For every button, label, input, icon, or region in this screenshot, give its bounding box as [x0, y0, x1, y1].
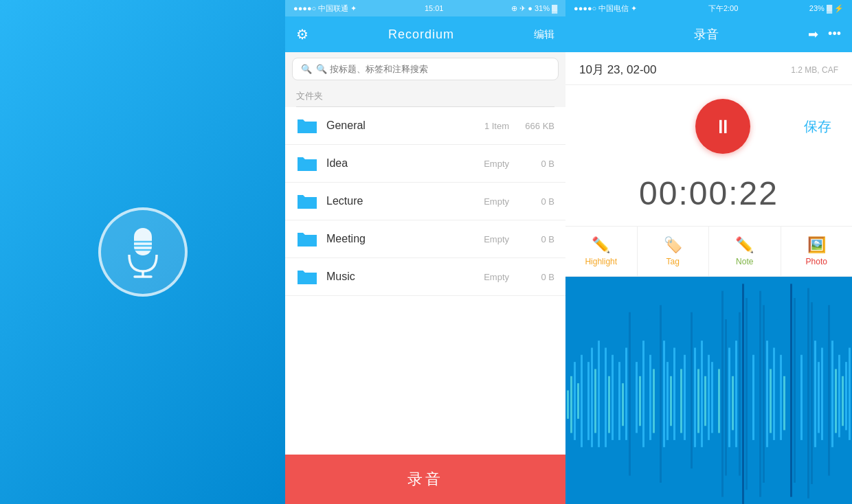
- folder-item-idea[interactable]: Idea Empty 0 B: [285, 145, 565, 183]
- svg-rect-79: [800, 355, 803, 440]
- svg-rect-66: [756, 334, 758, 455]
- svg-rect-74: [783, 376, 785, 431]
- right-panel-title: 录音: [694, 26, 719, 43]
- recording-meta: 1.2 MB, CAF: [791, 65, 838, 75]
- pause-icon: ⏸: [713, 115, 732, 138]
- folder-section-label: 文件夹: [285, 86, 565, 106]
- tag-action[interactable]: 🏷️ Tag: [638, 227, 710, 276]
- folder-item-music[interactable]: Music Empty 0 B: [285, 258, 565, 296]
- search-bar[interactable]: 🔍: [292, 58, 559, 80]
- folder-icon-general: [296, 117, 318, 135]
- folder-size-meeting: 0 B: [520, 234, 554, 244]
- actions-row: ✏️ Highlight 🏷️ Tag ✏️ Note 🖼️ Photo: [565, 226, 852, 277]
- time-middle: 15:01: [425, 4, 444, 12]
- svg-rect-51: [704, 376, 706, 426]
- right-panel: ●●●●○ 中国电信 ✦ 下午2:00 23% ▓ ⚡ 录音 ➡ ••• 10月…: [565, 0, 852, 504]
- svg-rect-80: [804, 334, 806, 448]
- svg-rect-38: [660, 305, 662, 483]
- folder-name-general: General: [326, 119, 484, 132]
- left-panel: [0, 0, 285, 504]
- svg-rect-14: [577, 383, 579, 419]
- svg-rect-54: [715, 334, 717, 455]
- svg-rect-10: [298, 273, 317, 284]
- svg-rect-76: [790, 284, 792, 496]
- svg-rect-13: [574, 362, 576, 440]
- search-icon: 🔍: [301, 64, 312, 74]
- svg-rect-8: [298, 197, 317, 209]
- carrier-middle: ●●●●○ 中国联通 ✦: [293, 3, 357, 14]
- svg-rect-25: [615, 326, 617, 461]
- svg-rect-21: [601, 319, 603, 461]
- svg-rect-82: [811, 302, 813, 484]
- svg-rect-36: [653, 369, 655, 433]
- svg-rect-93: [849, 347, 851, 439]
- record-button-middle[interactable]: 录音: [285, 455, 565, 504]
- svg-rect-16: [584, 334, 586, 461]
- microphone-icon: [122, 225, 164, 279]
- tag-label: Tag: [666, 257, 680, 266]
- app-title: Recordium: [388, 27, 454, 42]
- note-action[interactable]: ✏️ Note: [709, 227, 781, 276]
- svg-rect-57: [725, 319, 727, 476]
- svg-rect-50: [701, 341, 703, 447]
- highlight-label: Highlight: [585, 257, 617, 266]
- folder-icon-music: [296, 268, 318, 286]
- svg-rect-37: [656, 334, 658, 455]
- svg-rect-83: [814, 341, 816, 447]
- gear-icon[interactable]: ⚙: [296, 26, 309, 43]
- svg-rect-61: [739, 312, 741, 476]
- svg-rect-26: [618, 362, 620, 440]
- folder-item-general[interactable]: General 1 Item 666 KB: [285, 107, 565, 145]
- svg-rect-60: [735, 341, 737, 447]
- more-icon[interactable]: •••: [828, 27, 841, 42]
- save-button[interactable]: 保存: [804, 117, 831, 136]
- player-area: ⏸ 保存: [565, 85, 852, 168]
- svg-rect-84: [818, 362, 820, 433]
- folder-status-music: Empty: [484, 272, 509, 282]
- folder-item-meeting[interactable]: Meeting Empty 0 B: [285, 220, 565, 258]
- svg-rect-46: [687, 334, 689, 455]
- svg-rect-69: [766, 341, 768, 447]
- pause-button[interactable]: ⏸: [695, 99, 750, 154]
- waveform-area: [565, 277, 852, 504]
- svg-rect-85: [821, 347, 823, 439]
- folder-icon-lecture: [296, 192, 318, 210]
- svg-rect-9: [298, 235, 317, 247]
- timer-display: 00:00:22: [639, 175, 778, 211]
- mic-container: [98, 207, 188, 297]
- status-bar-right: ●●●●○ 中国电信 ✦ 下午2:00 23% ▓ ⚡: [565, 0, 852, 16]
- svg-rect-48: [694, 347, 696, 447]
- folder-name-meeting: Meeting: [326, 233, 484, 245]
- svg-rect-31: [636, 362, 638, 433]
- carrier-right: ●●●●○ 中国电信 ✦: [574, 3, 637, 14]
- svg-rect-52: [708, 355, 710, 440]
- mic-circle: [98, 207, 188, 297]
- edit-button[interactable]: 编辑: [534, 28, 554, 41]
- svg-rect-55: [718, 369, 720, 433]
- folder-size-general: 666 KB: [520, 121, 554, 131]
- waveform-svg: [565, 277, 852, 504]
- folder-name-music: Music: [326, 271, 484, 283]
- svg-rect-64: [749, 326, 751, 461]
- svg-rect-91: [842, 376, 844, 426]
- note-icon: ✏️: [735, 236, 754, 254]
- svg-rect-59: [732, 376, 734, 431]
- folder-item-lecture[interactable]: Lecture Empty 0 B: [285, 183, 565, 220]
- status-bar-middle: ●●●●○ 中国联通 ✦ 15:01 ⊕ ✈ ● 31% ▓: [285, 0, 565, 16]
- photo-action[interactable]: 🖼️ Photo: [781, 227, 853, 276]
- search-input[interactable]: [316, 64, 550, 74]
- svg-rect-41: [670, 376, 672, 426]
- svg-rect-23: [608, 376, 610, 433]
- middle-panel: ●●●●○ 中国联通 ✦ 15:01 ⊕ ✈ ● 31% ▓ ⚙ Recordi…: [285, 0, 565, 504]
- svg-rect-12: [570, 376, 572, 433]
- recording-title: 10月 23, 02-00: [579, 62, 656, 78]
- highlight-action[interactable]: ✏️ Highlight: [565, 227, 638, 276]
- svg-rect-39: [663, 341, 665, 447]
- svg-rect-27: [622, 383, 624, 426]
- svg-rect-11: [567, 391, 569, 419]
- export-icon[interactable]: ➡: [808, 27, 818, 42]
- folder-status-meeting: Empty: [484, 234, 509, 244]
- folder-status-idea: Empty: [484, 159, 509, 169]
- folder-size-idea: 0 B: [520, 159, 554, 169]
- folder-status-general: 1 Item: [484, 121, 509, 131]
